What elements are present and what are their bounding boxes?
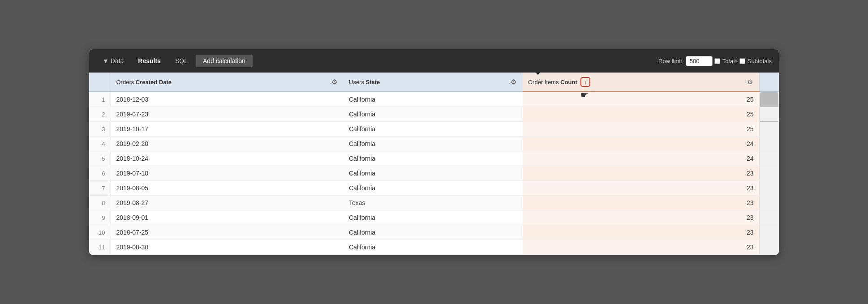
tab-results[interactable]: Results <box>132 55 167 67</box>
table-row: 72019-08-05California23 <box>89 181 779 196</box>
row-number-cell: 2 <box>89 107 111 122</box>
date-cell: 2019-08-27 <box>111 196 344 210</box>
row-limit-area: Row limit <box>658 56 713 66</box>
table-row: 82019-08-27Texas23 <box>89 196 779 210</box>
count-cell: 23 <box>523 225 759 240</box>
scrollbar-cell <box>759 92 779 107</box>
state-cell: California <box>344 181 523 196</box>
subtotals-checkbox[interactable] <box>739 58 745 64</box>
count-cell: 25 <box>523 92 759 107</box>
orders-created-date-header[interactable]: Orders Created Date ⚙ <box>111 73 344 92</box>
scrollbar-cell <box>759 151 779 166</box>
table-row: 92018-09-01California23 <box>89 210 779 225</box>
state-col-gear-button[interactable]: ⚙ <box>510 78 517 86</box>
count-cell: 25 <box>523 122 759 137</box>
date-cell: 2018-12-03 <box>111 92 344 107</box>
scrollbar-cell <box>759 166 779 181</box>
count-col-name: Order Items Count ↓ Descending, Sort Ord… <box>528 77 590 87</box>
row-number-cell: 4 <box>89 137 111 151</box>
table-row: 22019-07-23California25 <box>89 107 779 122</box>
state-cell: California <box>344 210 523 225</box>
count-cell: 23 <box>523 240 759 255</box>
row-number-cell: 3 <box>89 122 111 137</box>
table-body: 12018-12-03California2522019-07-23Califo… <box>89 92 779 255</box>
count-cell: 25 <box>523 107 759 122</box>
date-cell: 2019-07-23 <box>111 107 344 122</box>
sort-icon-wrap: ↓ Descending, Sort Order: 1 ☛ <box>579 77 590 87</box>
table-row: 42019-02-20California24 <box>89 137 779 151</box>
toolbar: ▼ Data Results SQL Add calculation Row l… <box>89 49 779 73</box>
state-cell: California <box>344 92 523 107</box>
state-cell: California <box>344 240 523 255</box>
state-cell: California <box>344 166 523 181</box>
state-cell: California <box>344 151 523 166</box>
row-number-cell: 7 <box>89 181 111 196</box>
table-row: 32019-10-17California25 <box>89 122 779 137</box>
totals-checkbox-label[interactable]: Totals <box>714 58 738 64</box>
table-row: 52018-10-24California24 <box>89 151 779 166</box>
row-number-cell: 9 <box>89 210 111 225</box>
date-cell: 2018-07-25 <box>111 225 344 240</box>
count-cell: 23 <box>523 196 759 210</box>
scrollbar-cell <box>759 107 779 122</box>
tab-sql[interactable]: SQL <box>169 55 194 67</box>
scrollbar-cell <box>759 225 779 240</box>
scrollbar-cell <box>759 181 779 196</box>
scrollbar-header <box>759 73 779 92</box>
table-row: 102018-07-25California23 <box>89 225 779 240</box>
table-row: 62019-07-18California23 <box>89 166 779 181</box>
row-number-cell: 5 <box>89 151 111 166</box>
row-number-cell: 1 <box>89 92 111 107</box>
count-cell: 23 <box>523 210 759 225</box>
row-limit-label: Row limit <box>658 58 682 64</box>
count-cell: 24 <box>523 137 759 151</box>
table-row: 12018-12-03California25 <box>89 92 779 107</box>
count-cell: 23 <box>523 166 759 181</box>
scrollbar-cell <box>759 122 779 137</box>
count-col-gear-button[interactable]: ⚙ <box>746 78 754 86</box>
table-header-row: Orders Created Date ⚙ Users State ⚙ <box>89 73 779 92</box>
date-col-gear-button[interactable]: ⚙ <box>331 78 338 86</box>
date-cell: 2019-08-05 <box>111 181 344 196</box>
date-cell: 2018-10-24 <box>111 151 344 166</box>
subtotals-checkbox-label[interactable]: Subtotals <box>739 58 772 64</box>
order-items-count-header[interactable]: Order Items Count ↓ Descending, Sort Ord… <box>523 73 759 92</box>
date-col-name: Orders Created Date <box>116 79 172 86</box>
totals-checkbox[interactable] <box>714 58 720 64</box>
row-number-cell: 6 <box>89 166 111 181</box>
scrollbar-cell <box>759 196 779 210</box>
results-table: Orders Created Date ⚙ Users State ⚙ <box>89 73 779 255</box>
state-cell: California <box>344 122 523 137</box>
state-cell: California <box>344 225 523 240</box>
date-cell: 2019-08-30 <box>111 240 344 255</box>
date-cell: 2019-07-18 <box>111 166 344 181</box>
row-number-cell: 11 <box>89 240 111 255</box>
scrollbar-cell <box>759 240 779 255</box>
main-window: ▼ Data Results SQL Add calculation Row l… <box>89 49 779 255</box>
add-calculation-button[interactable]: Add calculation <box>196 55 253 67</box>
date-cell: 2019-10-17 <box>111 122 344 137</box>
state-cell: Texas <box>344 196 523 210</box>
scrollbar-cell <box>759 137 779 151</box>
row-number-cell: 8 <box>89 196 111 210</box>
date-cell: 2019-02-20 <box>111 137 344 151</box>
date-cell: 2018-09-01 <box>111 210 344 225</box>
tab-data[interactable]: ▼ Data <box>96 55 130 67</box>
sort-descending-icon[interactable]: ↓ <box>580 77 590 87</box>
results-table-container: Orders Created Date ⚙ Users State ⚙ <box>89 73 779 255</box>
scrollbar-cell <box>759 210 779 225</box>
row-limit-input[interactable] <box>686 56 713 66</box>
count-cell: 24 <box>523 151 759 166</box>
row-number-cell: 10 <box>89 225 111 240</box>
count-cell: 23 <box>523 181 759 196</box>
users-state-header[interactable]: Users State ⚙ <box>344 73 523 92</box>
state-cell: California <box>344 107 523 122</box>
row-number-header <box>89 73 111 92</box>
state-col-name: Users State <box>349 79 380 86</box>
table-row: 112019-08-30California23 <box>89 240 779 255</box>
state-cell: California <box>344 137 523 151</box>
